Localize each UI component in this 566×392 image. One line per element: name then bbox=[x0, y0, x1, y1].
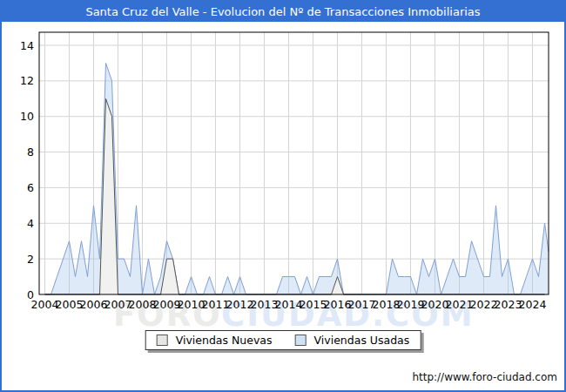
legend-label-usadas: Viviendas Usadas bbox=[314, 334, 410, 347]
legend-swatch-nuevas bbox=[157, 335, 168, 346]
legend-item-viviendas-nuevas: Viviendas Nuevas bbox=[157, 334, 273, 347]
chart-window: Santa Cruz del Valle - Evolucion del Nº … bbox=[0, 0, 566, 392]
y-axis-labels: 02468101214 bbox=[20, 39, 34, 301]
y-axis-label: 14 bbox=[20, 39, 34, 52]
x-axis-label: 2024 bbox=[519, 298, 547, 311]
legend-swatch-usadas bbox=[295, 335, 307, 346]
legend-label-nuevas: Viviendas Nuevas bbox=[176, 334, 273, 347]
y-axis-label: 8 bbox=[27, 145, 34, 159]
legend-box: Viviendas Nuevas Viviendas Usadas bbox=[145, 330, 421, 350]
x-axis-labels: 2004200520062007200820092010201120122013… bbox=[31, 298, 547, 311]
y-axis-label: 4 bbox=[27, 217, 34, 230]
y-axis-label: 6 bbox=[27, 181, 34, 194]
series-viviendas-usadas bbox=[45, 63, 549, 294]
y-axis-label: 2 bbox=[27, 253, 34, 266]
legend-item-viviendas-usadas: Viviendas Usadas bbox=[295, 334, 410, 347]
footer-url: http://www.foro-ciudad.com bbox=[412, 371, 557, 383]
y-axis-label: 12 bbox=[20, 74, 34, 87]
y-axis-label: 10 bbox=[20, 110, 34, 123]
